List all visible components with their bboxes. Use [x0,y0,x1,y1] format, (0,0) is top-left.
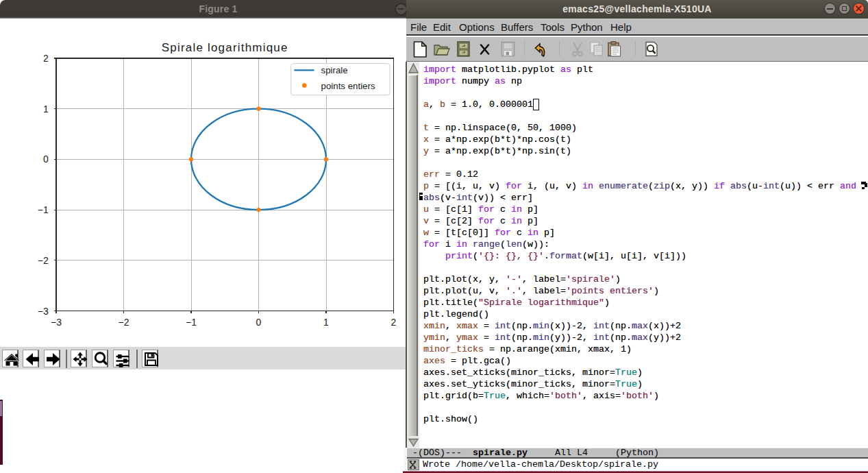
svg-text:−3: −3 [38,306,49,317]
svg-text:−3: −3 [51,317,62,328]
svg-text:−1: −1 [38,204,49,215]
svg-text:Spirale logarithmique: Spirale logarithmique [162,41,288,54]
svg-text:−2: −2 [119,317,129,328]
svg-text:2: 2 [43,53,49,64]
svg-text:0: 0 [256,317,262,328]
svg-text:2: 2 [391,317,397,328]
svg-text:spirale: spirale [321,65,348,75]
svg-text:1: 1 [323,317,329,328]
svg-text:points entiers: points entiers [321,81,375,91]
svg-text:0: 0 [43,154,49,165]
svg-text:1: 1 [43,104,49,114]
svg-text:−2: −2 [38,255,49,266]
svg-text:−1: −1 [186,317,197,328]
